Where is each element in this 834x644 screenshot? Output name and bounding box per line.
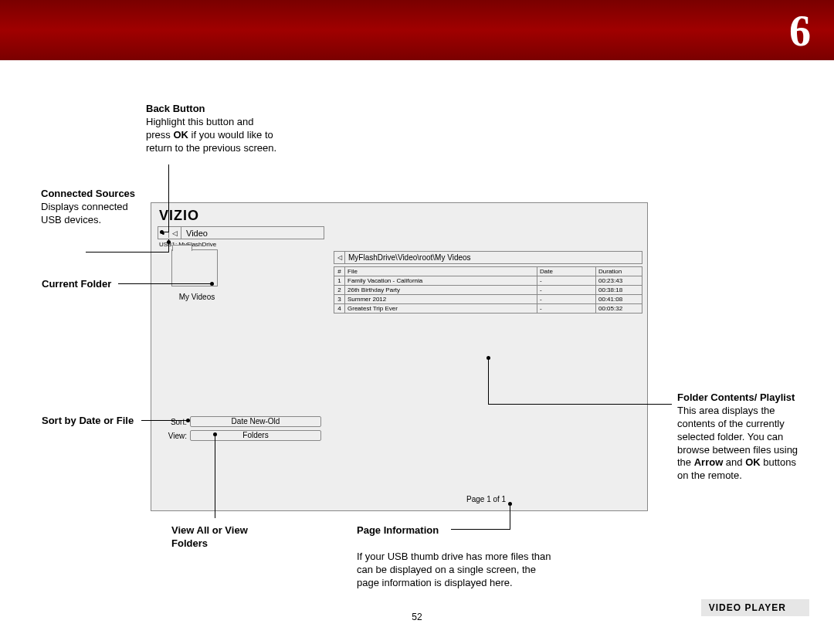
path-back-icon[interactable]: ◁	[334, 252, 345, 263]
callout-sort: Sort by Date or File	[42, 415, 150, 428]
view-label: View:	[159, 432, 190, 440]
path-text: MyFlashDrive\Video\root\My Videos	[345, 253, 471, 262]
logo: VIZIO	[159, 208, 199, 224]
leader	[215, 442, 215, 518]
leader-dot	[508, 502, 512, 506]
leader-dot	[167, 240, 171, 244]
sort-row[interactable]: Sort: Date New-Old	[159, 416, 321, 427]
section-label: Video	[181, 229, 208, 238]
leader-dot	[486, 356, 490, 360]
table-row[interactable]: 1Family Vacation - California-00:23:43	[334, 276, 642, 286]
left-panel: VIZIO • ◁ Video USB1: MyFlashDrive My Vi…	[151, 203, 331, 510]
callout-sources: Connected Sources Displays connected USB…	[41, 188, 141, 227]
leader	[168, 164, 169, 232]
table-row[interactable]: 3Summer 2012-00:41:08	[334, 295, 642, 304]
section-badge: VIDEO PLAYER	[701, 599, 809, 616]
leader	[488, 358, 489, 404]
view-value[interactable]: Folders	[190, 430, 321, 441]
leader	[451, 529, 510, 530]
file-table: # File Date Duration 1Family Vacation - …	[334, 266, 642, 314]
path-row[interactable]: ◁ MyFlashDrive\Video\root\My Videos	[334, 251, 642, 264]
leader-dot	[210, 282, 214, 286]
callout-current-folder: Current Folder	[42, 278, 134, 291]
callout-view: View All or View Folders	[171, 524, 256, 551]
callout-page: Page Information If your USB thumb drive…	[357, 524, 558, 589]
table-header: # File Date Duration	[334, 267, 642, 276]
callout-back: Back Button Highlight this button and pr…	[146, 103, 277, 155]
leader	[215, 434, 215, 442]
leader	[118, 283, 212, 284]
leader	[510, 503, 510, 529]
header-bar: 6	[0, 0, 834, 60]
folder-name: My Videos	[170, 293, 224, 301]
leader	[86, 252, 169, 253]
table-row[interactable]: 4Greatest Trip Ever-00:05:32	[334, 304, 642, 314]
leader-dot	[186, 419, 190, 422]
leader	[488, 404, 672, 405]
leader	[161, 232, 169, 232]
page-info: Page 1 of 1	[466, 495, 506, 503]
view-row[interactable]: View: Folders	[159, 430, 321, 441]
back-arrow-icon[interactable]: ◁	[169, 227, 181, 239]
section-tab[interactable]: • ◁ Video	[158, 226, 324, 239]
table-row[interactable]: 226th Birthday Party-00:38:18	[334, 286, 642, 295]
sort-value[interactable]: Date New-Old	[190, 416, 321, 427]
chapter-number: 6	[789, 6, 811, 56]
sort-label: Sort:	[159, 418, 190, 426]
leader	[141, 420, 188, 421]
folder-icon[interactable]	[171, 249, 218, 286]
tv-screen: VIZIO • ◁ Video USB1: MyFlashDrive My Vi…	[151, 202, 648, 511]
callout-contents: Folder Contents/ Playlist This area disp…	[677, 391, 801, 483]
